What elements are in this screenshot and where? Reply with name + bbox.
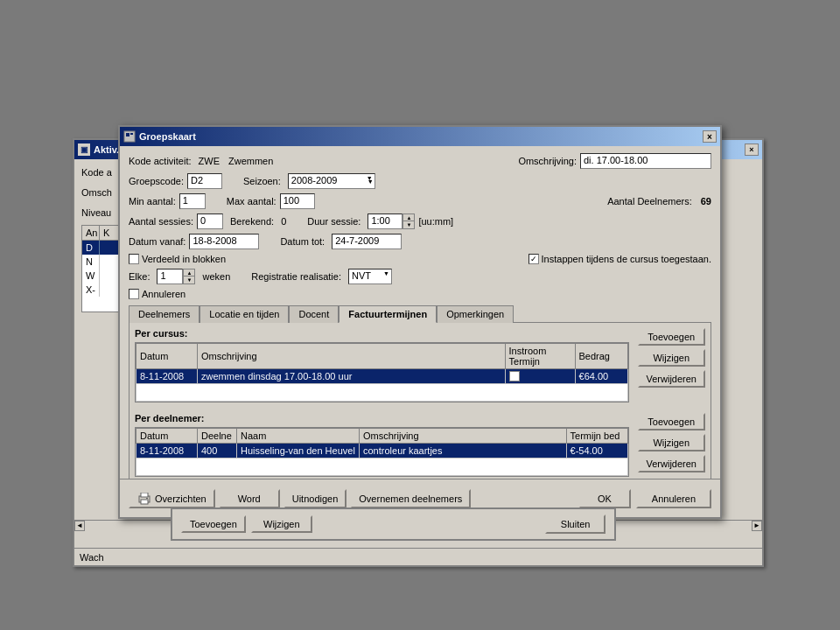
max-aantal-input[interactable]: 100 (280, 193, 315, 209)
aantal-sessies-input[interactable]: 0 (197, 214, 223, 229)
kode-activiteit-code: ZWE (199, 156, 220, 166)
instappen-check-box[interactable] (528, 254, 539, 264)
dialog-titlebar: Groepskaart × (120, 127, 720, 146)
bg-window-close-button[interactable]: × (745, 144, 759, 156)
duur-sessie-label: Duur sessie: (307, 216, 360, 227)
kode-activiteit-row: Kode activiteit: ZWE Zwemmen Omschrijvin… (129, 153, 711, 169)
omschrijving-input[interactable]: di. 17.00-18.00 (580, 153, 711, 169)
printer-icon (137, 493, 151, 505)
elke-spinner-down[interactable]: ▼ (184, 276, 194, 284)
instappen-checkbox[interactable]: Instappen tijdens de cursus toegestaan. (528, 254, 711, 264)
datum-row: Datum vanaf: 18-8-2008 Datum tot: 24-7-2… (129, 234, 711, 249)
svg-rect-4 (141, 493, 148, 497)
svg-rect-1 (126, 133, 130, 136)
min-max-row: Min aantal: 1 Max aantal: 100 Aantal Dee… (129, 193, 711, 209)
cursus-wijzigen-button[interactable]: Wijzigen (638, 349, 705, 367)
verdeeld-check-box[interactable] (129, 254, 139, 264)
registratie-select[interactable]: NVT ▼ (348, 269, 392, 284)
min-aantal-label: Min aantal: (129, 196, 176, 206)
cursus-omschrijving: zwemmen dinsdag 17.00-18.00 uur (198, 369, 506, 384)
tab-factuurtermijnen-content: Per cursus: Datum Omschrijving Instroom … (129, 322, 711, 497)
per-deelnemer-label: Per deelnemer: (135, 413, 629, 424)
instappen-label: Instappen tijdens de cursus toegestaan. (542, 254, 711, 264)
duur-sessie-unit: [uu:mm] (418, 216, 453, 227)
overnemen-button[interactable]: Overnemen deelnemers (350, 489, 471, 508)
cursus-verwijderen-button[interactable]: Verwijderen (638, 370, 705, 388)
bottom-wijzigen-btn[interactable]: Wijzigen (251, 515, 312, 533)
per-cursus-table: Datum Omschrijving Instroom Termijn Bedr… (136, 343, 628, 402)
svg-rect-2 (130, 133, 133, 135)
annuleren-check-box[interactable] (129, 289, 139, 299)
deelnemer-verwijderen-button[interactable]: Verwijderen (638, 455, 705, 472)
elke-input[interactable]: 1 (157, 269, 183, 284)
annuleren-checkbox[interactable]: Annuleren (129, 289, 186, 299)
tabs-bar: Deelnemers Locatie en tijden Docent Fact… (129, 304, 711, 322)
col-deelnemer-num: Deelne (198, 429, 237, 444)
min-aantal-input[interactable]: 1 (179, 193, 206, 209)
duur-sessie-spinner[interactable]: ▲ ▼ (402, 214, 415, 229)
bottom-action-window: Toevoegen Wijzigen Sluiten (171, 508, 616, 541)
registratie-label: Registratie realisatie: (251, 271, 341, 282)
footer-right-buttons: OK Annuleren (578, 489, 711, 508)
elke-row: Elke: 1 ▲ ▼ weken Registratie realisatie… (129, 269, 711, 284)
cursus-bedrag: €64.00 (575, 369, 627, 384)
deelnemer-num: 400 (198, 444, 237, 458)
berekend-value: 0 (281, 216, 286, 227)
sessies-row: Aantal sessies: 0 Berekend: 0 Duur sessi… (129, 214, 711, 229)
spinner-up[interactable]: ▲ (403, 214, 414, 221)
scroll-left-btn[interactable]: ◄ (74, 521, 85, 531)
checkbox-row: Verdeeld in blokken Instappen tijdens de… (129, 254, 711, 264)
datum-tot-input[interactable]: 24-7-2009 (332, 234, 402, 249)
tab-docent[interactable]: Docent (289, 305, 339, 323)
per-cursus-label: Per cursus: (135, 328, 629, 339)
groepscode-input[interactable]: D2 (187, 173, 222, 189)
deelnemer-termijn-bedrag: €-54.00 (566, 444, 627, 458)
datum-vanaf-input[interactable]: 18-8-2008 (189, 234, 259, 249)
groepskaart-dialog: Groepskaart × Kode activiteit: ZWE Zwemm… (118, 125, 722, 519)
dialog-title: Groepskaart (139, 131, 196, 142)
deelnemer-wijzigen-button[interactable]: Wijzigen (638, 434, 705, 452)
dialog-annuleren-button[interactable]: Annuleren (636, 489, 711, 508)
per-cursus-table-container: Datum Omschrijving Instroom Termijn Bedr… (135, 342, 629, 402)
elke-spinner[interactable]: ▲ ▼ (183, 269, 195, 284)
per-cursus-section: Per cursus: Datum Omschrijving Instroom … (135, 328, 705, 408)
dialog-icon (123, 130, 136, 143)
per-deelnemer-row[interactable]: 8-11-2008 400 Huisseling-van den Heuvel … (136, 444, 628, 458)
tab-opmerkingen[interactable]: Opmerkingen (437, 305, 514, 323)
deelnemer-toevoegen-button[interactable]: Toevoegen (638, 413, 705, 430)
groepscode-row: Groepscode: D2 Seizoen: 2008-2009 ▼ (129, 173, 711, 189)
groepscode-label: Groepscode: (129, 176, 184, 186)
col-deelnemer-datum: Datum (136, 429, 198, 444)
col-deelnemer-omschrijving: Omschrijving (360, 429, 567, 444)
elke-spinner-up[interactable]: ▲ (184, 270, 194, 276)
overzichten-button[interactable]: Overzichten (129, 489, 215, 508)
tab-factuurtermijnen[interactable]: Factuurtermijnen (339, 305, 437, 323)
datum-vanaf-label: Datum vanaf: (129, 236, 186, 247)
scroll-right-btn[interactable]: ► (752, 521, 762, 531)
deelnemer-omschrijving: controleur kaartjes (360, 444, 567, 458)
max-aantal-label: Max aantal: (227, 196, 276, 206)
cursus-instroom (505, 369, 575, 384)
ok-button[interactable]: OK (578, 489, 631, 508)
cursus-toevoegen-button[interactable]: Toevoegen (638, 328, 705, 346)
annuleren-check-label: Annuleren (142, 289, 186, 299)
tab-locatie[interactable]: Locatie en tijden (200, 305, 289, 323)
col-omschrijving-header: Omschrijving (198, 344, 506, 369)
bottom-toevoegen-btn[interactable]: Toevoegen (181, 515, 246, 533)
spinner-down[interactable]: ▼ (403, 221, 414, 228)
dialog-close-button[interactable]: × (703, 130, 717, 143)
annuleren-row: Annuleren (129, 289, 711, 299)
word-button[interactable]: Word (219, 489, 280, 508)
uitnodigen-button[interactable]: Uitnodigen (284, 489, 347, 508)
tab-deelnemers[interactable]: Deelnemers (129, 305, 200, 323)
per-cursus-row[interactable]: 8-11-2008 zwemmen dinsdag 17.00-18.00 uu… (136, 369, 628, 384)
verdeeld-checkbox[interactable]: Verdeeld in blokken (129, 254, 226, 264)
per-deelnemer-empty-row (136, 458, 628, 476)
per-deelnemer-table: Datum Deelne Naam Omschrijving Termijn b… (136, 428, 628, 476)
seizoen-select[interactable]: 2008-2009 ▼ (288, 173, 375, 189)
sluiten-button[interactable]: Sluiten (545, 514, 606, 534)
duur-sessie-input[interactable]: 1:00 (368, 214, 402, 229)
per-deelnemer-buttons: Toevoegen Wijzigen Verwijderen (638, 413, 705, 482)
aantal-deelnemers-value: 69 (701, 196, 711, 206)
col-bedrag-header: Bedrag (575, 344, 627, 369)
